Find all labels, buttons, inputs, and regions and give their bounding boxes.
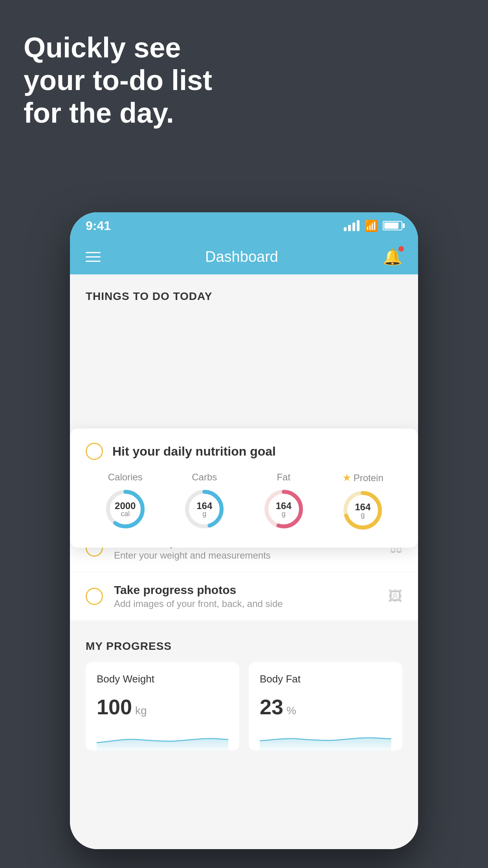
stat-fat: Fat 164 g: [262, 472, 305, 531]
photos-name: Take progress photos: [114, 583, 388, 597]
progress-title: MY PROGRESS: [86, 640, 402, 653]
hero-text: Quickly see your to-do list for the day.: [24, 31, 212, 129]
calories-label: Calories: [108, 472, 143, 483]
status-icons: 📶: [344, 219, 402, 232]
photos-text: Take progress photos Add images of your …: [114, 583, 388, 609]
stat-calories: Calories 2000 cal: [104, 472, 147, 531]
notification-dot: [398, 246, 404, 252]
menu-button[interactable]: [86, 252, 101, 262]
app-content: THINGS TO DO TODAY Hit your daily nutrit…: [70, 274, 418, 849]
photos-checkbox[interactable]: [86, 588, 103, 605]
body-weight-title: Body Weight: [97, 673, 228, 685]
todo-item-photos[interactable]: Take progress photos Add images of your …: [70, 572, 418, 620]
nutrition-title: Hit your daily nutrition goal: [112, 444, 276, 459]
body-fat-title: Body Fat: [260, 673, 391, 685]
things-section: THINGS TO DO TODAY: [70, 274, 418, 303]
body-weight-unit: kg: [135, 704, 147, 717]
stat-protein: ★Protein 164 g: [341, 472, 384, 532]
signal-icon: [344, 220, 360, 231]
phone-shell: 9:41 📶 Dashboard 🔔 THINGS TO: [70, 212, 418, 849]
body-weight-chart: [97, 727, 228, 750]
body-weight-number: 100: [97, 695, 132, 719]
status-bar: 9:41 📶: [70, 212, 418, 239]
star-icon: ★: [342, 472, 351, 484]
nutrition-header: Hit your daily nutrition goal: [86, 443, 402, 460]
bell-button[interactable]: 🔔: [383, 248, 402, 266]
fat-label: Fat: [277, 472, 290, 483]
status-time: 9:41: [86, 219, 111, 233]
carbs-ring: 164 g: [183, 487, 226, 531]
protein-ring: 164 g: [341, 489, 384, 532]
body-fat-card[interactable]: Body Fat 23 %: [249, 662, 402, 750]
body-fat-value-row: 23 %: [260, 695, 391, 719]
app-header: Dashboard 🔔: [70, 239, 418, 274]
photos-sub: Add images of your front, back, and side: [114, 598, 388, 609]
body-fat-unit: %: [286, 704, 296, 717]
body-fat-number: 23: [260, 695, 283, 719]
nutrition-card: Hit your daily nutrition goal Calories: [70, 428, 418, 548]
body-weight-value-row: 100 kg: [97, 695, 228, 719]
carbs-label: Carbs: [192, 472, 217, 483]
calories-ring: 2000 cal: [104, 487, 147, 531]
nutrition-stats: Calories 2000 cal: [86, 472, 402, 532]
body-weight-card[interactable]: Body Weight 100 kg: [86, 662, 239, 750]
protein-label: ★Protein: [342, 472, 383, 484]
progress-section: MY PROGRESS Body Weight 100 kg: [70, 620, 418, 750]
wifi-icon: 📶: [364, 219, 378, 232]
stat-carbs: Carbs 164 g: [183, 472, 226, 531]
nutrition-checkbox[interactable]: [86, 443, 103, 460]
body-stats-sub: Enter your weight and measurements: [114, 550, 390, 561]
progress-cards: Body Weight 100 kg: [86, 662, 402, 750]
header-title: Dashboard: [205, 248, 278, 265]
photo-icon: 🖼: [388, 588, 402, 605]
things-title: THINGS TO DO TODAY: [86, 290, 402, 303]
body-fat-chart: [260, 727, 391, 750]
battery-icon: [383, 221, 402, 230]
fat-ring: 164 g: [262, 487, 305, 531]
